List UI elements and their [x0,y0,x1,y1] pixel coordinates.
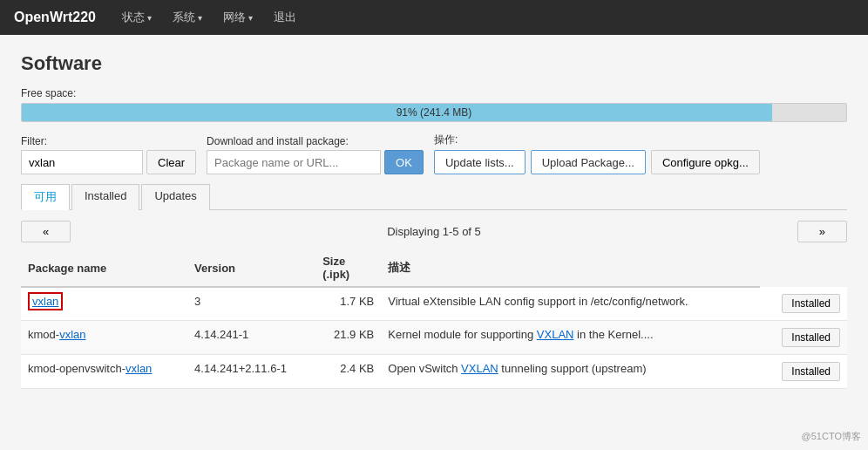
package-link[interactable]: vxlan [59,328,85,341]
td-package-name: kmod-vxlan [21,321,187,355]
navbar: OpenWrt220 状态 ▾ 系统 ▾ 网络 ▾ 退出 [0,0,868,35]
filter-label: Filter: [21,135,196,147]
package-name-plain: kmod- [28,328,59,341]
download-input-row: OK [207,150,424,174]
desc-link[interactable]: VXLAN [461,362,498,375]
package-link-vxlan[interactable]: vxlan [28,292,63,310]
filter-group: Filter: Clear [21,135,196,174]
navbar-item-status-label: 状态 [122,10,145,25]
th-version: Version [187,249,315,287]
download-label: Download and install package: [207,135,424,147]
free-space-progress-bar: 91% (241.4 MB) [21,103,847,122]
chevron-down-icon: ▾ [248,13,253,23]
navbar-item-system-label: 系统 [173,10,195,25]
chevron-down-icon: ▾ [147,13,152,23]
navbar-menu: 状态 ▾ 系统 ▾ 网络 ▾ 退出 [113,6,305,29]
ok-button[interactable]: OK [384,150,424,174]
actions-buttons-row: Update lists... Upload Package... Config… [434,150,760,174]
package-link[interactable]: vxlan [125,362,152,375]
tab-available-label: 可用 [34,190,57,203]
td-description: Kernel module for supporting VXLAN in th… [381,321,760,355]
td-version: 4.14.241-1 [187,321,315,355]
pagination-prev-button[interactable]: « [21,221,71,242]
tab-installed[interactable]: Installed [71,184,139,210]
pagination-row: « Displaying 1-5 of 5 » [21,221,847,242]
main-content: Software Free space: 91% (241.4 MB) Filt… [0,35,868,450]
td-package-name: kmod-openvswitch-vxlan [21,355,187,389]
navbar-item-logout-label: 退出 [274,10,296,25]
td-version: 3 [187,287,315,321]
navbar-item-status[interactable]: 状态 ▾ [113,6,160,29]
watermark: @51CTO博客 [802,430,861,443]
clear-button[interactable]: Clear [146,150,196,174]
installed-badge[interactable]: Installed [782,362,840,381]
filter-actions-row: Filter: Clear Download and install packa… [21,133,847,174]
package-name-plain: kmod-openvswitch- [28,362,125,375]
download-group: Download and install package: OK [207,135,424,174]
free-space-label: Free space: [21,87,847,99]
page-title: Software [21,52,847,75]
td-status: Installed [760,355,847,389]
navbar-brand: OpenWrt220 [14,10,96,25]
table-header-row: Package name Version Size(.ipk) 描述 [21,249,847,287]
package-table: Package name Version Size(.ipk) 描述 vxlan… [21,249,847,389]
download-input[interactable] [207,150,381,174]
table-row: kmod-vxlan4.14.241-121.9 KBKernel module… [21,321,847,355]
tab-available[interactable]: 可用 [21,184,70,210]
td-description: Open vSwitch VXLAN tunneling support (up… [381,355,760,389]
th-package-name: Package name [21,249,187,287]
td-version: 4.14.241+2.11.6-1 [187,355,315,389]
installed-badge[interactable]: Installed [782,328,840,347]
navbar-item-network-label: 网络 [223,10,246,25]
pagination-next-button[interactable]: » [797,221,847,242]
td-size: 1.7 KB [315,287,381,321]
tab-updates-label: Updates [154,189,196,202]
th-size: Size(.ipk) [315,249,381,287]
td-size: 2.4 KB [315,355,381,389]
table-row: kmod-openvswitch-vxlan4.14.241+2.11.6-12… [21,355,847,389]
navbar-item-logout[interactable]: 退出 [265,6,305,29]
progress-bar-label: 91% (241.4 MB) [22,104,846,121]
tabs-row: 可用 Installed Updates [21,183,847,210]
actions-label: 操作: [434,133,760,147]
td-status: Installed [760,321,847,355]
td-description: Virtual eXtensible LAN config support in… [381,287,760,321]
tab-updates[interactable]: Updates [141,184,209,210]
chevron-down-icon: ▾ [198,13,202,23]
actions-group: 操作: Update lists... Upload Package... Co… [434,133,760,174]
td-status: Installed [760,287,847,321]
filter-input[interactable] [21,150,143,174]
filter-input-row: Clear [21,150,196,174]
th-description: 描述 [381,249,760,287]
td-size: 21.9 KB [315,321,381,355]
pagination-info: Displaying 1-5 of 5 [387,225,481,238]
tab-installed-label: Installed [85,189,126,202]
update-lists-button[interactable]: Update lists... [434,150,526,174]
th-size-label: Size(.ipk) [322,255,349,281]
table-row: vxlan31.7 KBVirtual eXtensible LAN confi… [21,287,847,321]
navbar-item-network[interactable]: 网络 ▾ [214,6,261,29]
upload-package-button[interactable]: Upload Package... [531,150,646,174]
configure-opkg-button[interactable]: Configure opkg... [651,150,760,174]
navbar-item-system[interactable]: 系统 ▾ [164,6,211,29]
desc-link[interactable]: VXLAN [537,328,574,341]
td-package-name: vxlan [21,287,187,321]
installed-badge[interactable]: Installed [782,294,840,313]
